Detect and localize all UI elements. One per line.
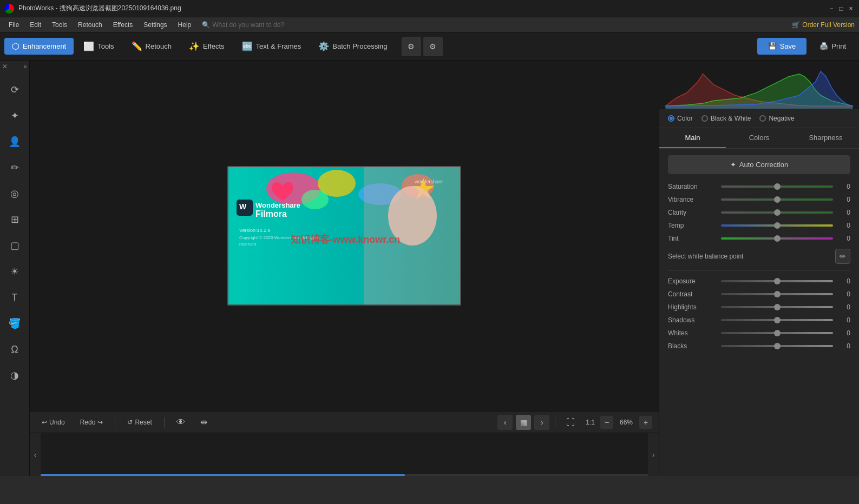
- zoom-out-button[interactable]: −: [600, 416, 613, 429]
- tool-warp[interactable]: Ω: [5, 340, 24, 359]
- whites-track[interactable]: [721, 332, 833, 334]
- title-bar-left: PhotoWorks - 搜狗高速浏览器截图20250109164036.png: [4, 4, 181, 14]
- blacks-label: Blacks: [668, 342, 717, 350]
- highlights-track[interactable]: [721, 306, 833, 308]
- highlights-label: Highlights: [668, 303, 717, 311]
- save-button[interactable]: 💾 Save: [757, 38, 807, 55]
- whites-thumb[interactable]: [774, 330, 781, 336]
- tab-sharpness[interactable]: Sharpness: [792, 128, 859, 148]
- saturation-thumb[interactable]: [774, 183, 781, 190]
- tool-grid[interactable]: ⊞: [5, 210, 24, 229]
- saturation-track[interactable]: [721, 185, 833, 188]
- menu-settings[interactable]: Settings: [139, 20, 171, 30]
- right-panel: Color Black & White Negative Main Colors…: [659, 61, 859, 476]
- filmstrip-prev-button[interactable]: ‹: [30, 433, 41, 476]
- vibrance-track[interactable]: [721, 198, 833, 201]
- exposure-track[interactable]: [721, 280, 833, 282]
- retouch-label: Retouch: [146, 42, 172, 50]
- toolbar-extra-btn2[interactable]: ⚙: [423, 37, 443, 56]
- eye-button[interactable]: 👁: [171, 415, 191, 429]
- filmstrip-scrollbar-thumb[interactable]: [41, 474, 405, 476]
- menu-effects[interactable]: Effects: [109, 20, 137, 30]
- search-box[interactable]: 🔍 What do you want to do?: [202, 21, 284, 29]
- tool-text[interactable]: T: [5, 288, 24, 307]
- color-mode-option[interactable]: Color: [668, 115, 693, 122]
- main-image: W Wondershare Filmora Version:14.2.9 Cop…: [227, 166, 461, 306]
- toolbar-enhancement-button[interactable]: ⬡ Enhancement: [4, 38, 74, 55]
- print-icon: 🖨️: [819, 42, 828, 50]
- tool-stamp[interactable]: 👤: [5, 132, 24, 151]
- enhancement-icon: ⬡: [12, 41, 19, 51]
- toolbar-text-frames-button[interactable]: 🔤 Text & Frames: [234, 38, 309, 55]
- zoom-in-button[interactable]: +: [639, 416, 652, 429]
- menu-edit[interactable]: Edit: [25, 20, 45, 30]
- tint-track[interactable]: [721, 237, 833, 240]
- close-button[interactable]: ×: [847, 5, 855, 12]
- next-image-button[interactable]: ›: [534, 415, 549, 430]
- svg-text:Version:14.2.9: Version:14.2.9: [239, 228, 271, 233]
- negative-mode-option[interactable]: Negative: [759, 115, 794, 122]
- toolbar-retouch-button[interactable]: ✏️ Retouch: [124, 38, 179, 55]
- redo-button[interactable]: Redo ↪: [75, 416, 109, 428]
- maximize-button[interactable]: □: [837, 5, 845, 12]
- sidebar-collapse-icon[interactable]: «: [23, 63, 27, 70]
- retouch-icon: ✏️: [132, 41, 142, 51]
- contrast-thumb[interactable]: [774, 291, 781, 297]
- menu-file[interactable]: File: [4, 20, 23, 30]
- tool-light[interactable]: ☀: [5, 262, 24, 281]
- clarity-thumb[interactable]: [774, 209, 781, 216]
- minimize-button[interactable]: −: [828, 5, 835, 12]
- auto-correction-button[interactable]: ✦ Auto Correction: [668, 155, 850, 174]
- sidebar-close-icon[interactable]: ✕: [2, 63, 8, 70]
- prev-image-button[interactable]: ‹: [497, 415, 513, 430]
- histogram-svg: [659, 61, 859, 109]
- blacks-track[interactable]: [721, 345, 833, 347]
- canvas-and-bottom: W Wondershare Filmora Version:14.2.9 Cop…: [30, 61, 659, 476]
- menu-tools[interactable]: Tools: [48, 20, 71, 30]
- color-mode-label: Color: [677, 115, 693, 122]
- order-full-version-button[interactable]: 🛒 Order Full Version: [792, 21, 855, 29]
- tools-label: Tools: [97, 42, 114, 50]
- tool-vignette[interactable]: ◑: [5, 366, 24, 385]
- reset-icon: ↺: [127, 419, 133, 426]
- toolbar-effects-button[interactable]: ✨ Effects: [181, 38, 232, 55]
- toolbar-tools-button[interactable]: ⬜ Tools: [76, 38, 121, 55]
- filmstrip-view-button[interactable]: ▦: [516, 415, 531, 430]
- exposure-thumb[interactable]: [774, 278, 781, 284]
- whites-value: 0: [837, 329, 850, 337]
- clarity-track[interactable]: [721, 211, 833, 214]
- fullscreen-button[interactable]: ⛶: [561, 415, 580, 429]
- temp-track[interactable]: [721, 224, 833, 227]
- reset-button[interactable]: ↺ Reset: [122, 416, 157, 428]
- shadows-track[interactable]: [721, 319, 833, 321]
- menu-help[interactable]: Help: [174, 20, 196, 30]
- tint-thumb[interactable]: [774, 235, 781, 242]
- menu-retouch[interactable]: Retouch: [74, 20, 107, 30]
- undo-button[interactable]: ↩ Undo: [36, 416, 70, 428]
- toolbar-extra-btn1[interactable]: ⚙: [402, 37, 421, 56]
- vibrance-thumb[interactable]: [774, 196, 781, 203]
- tab-colors[interactable]: Colors: [726, 128, 792, 148]
- toolbar-batch-button[interactable]: ⚙️ Batch Processing: [311, 38, 395, 55]
- print-button[interactable]: 🖨️ Print: [811, 38, 855, 55]
- blacks-thumb[interactable]: [774, 343, 781, 349]
- shadows-thumb[interactable]: [774, 317, 781, 323]
- bw-mode-option[interactable]: Black & White: [701, 115, 751, 122]
- contrast-track[interactable]: [721, 293, 833, 295]
- temp-value: 0: [837, 222, 850, 229]
- menu-bar: File Edit Tools Retouch Effects Settings…: [0, 17, 859, 32]
- tool-radial[interactable]: ◎: [5, 184, 24, 203]
- compare-button[interactable]: ⇹: [195, 415, 213, 429]
- white-balance-picker[interactable]: ✏: [835, 249, 850, 264]
- tab-main[interactable]: Main: [659, 128, 726, 148]
- tool-brush[interactable]: ✏: [5, 158, 24, 177]
- tool-shape[interactable]: ▢: [5, 236, 24, 255]
- tool-healingbrush[interactable]: ✦: [5, 106, 24, 125]
- temp-thumb[interactable]: [774, 222, 781, 229]
- toolbar-right: 💾 Save 🖨️ Print: [757, 38, 855, 55]
- tool-rotate[interactable]: ⟳: [5, 80, 24, 100]
- filmstrip-next-button[interactable]: ›: [648, 433, 659, 476]
- filmstrip-scroll[interactable]: [41, 433, 648, 476]
- highlights-thumb[interactable]: [774, 304, 781, 310]
- tool-fill[interactable]: 🪣: [5, 314, 24, 333]
